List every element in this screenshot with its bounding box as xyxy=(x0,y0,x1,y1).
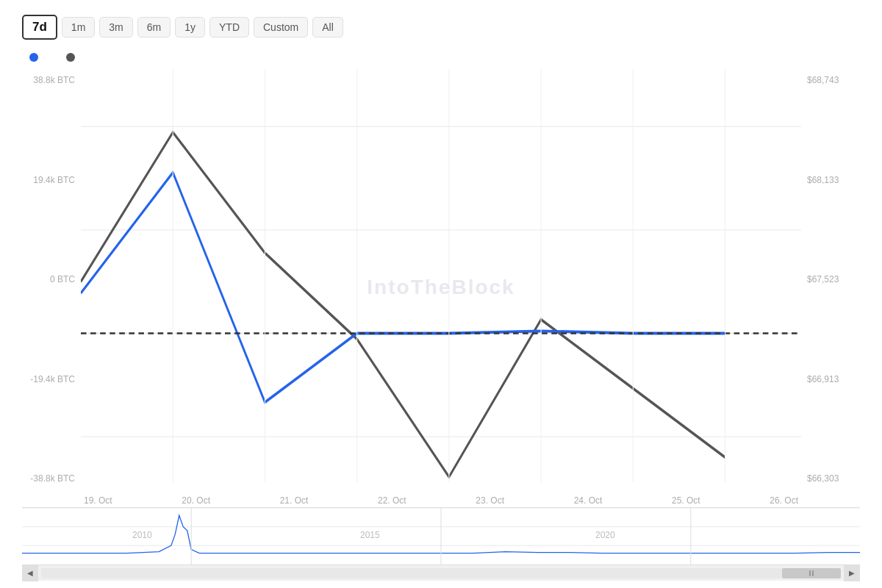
netflow-line xyxy=(81,173,725,403)
time-btn-all[interactable]: All xyxy=(312,17,343,37)
time-btn-6m[interactable]: 6m xyxy=(137,17,171,37)
scrollbar-thumb[interactable] xyxy=(782,568,841,578)
legend-netflow xyxy=(29,53,44,62)
chart-wrapper: 38.8k BTC19.4k BTC0 BTC-19.4k BTC-38.8k … xyxy=(22,69,860,581)
time-btn-custom[interactable]: Custom xyxy=(254,17,308,37)
x-label-25oct: 25. Oct xyxy=(672,495,700,506)
year-2015: 2015 xyxy=(360,530,380,540)
x-label-20oct: 20. Oct xyxy=(182,495,210,506)
time-btn-7d[interactable]: 7d xyxy=(22,15,57,40)
x-label-22oct: 22. Oct xyxy=(378,495,406,506)
y-right-label-1: $68,133 xyxy=(807,175,860,185)
time-btn-1m[interactable]: 1m xyxy=(62,17,95,37)
time-btn-3m[interactable]: 3m xyxy=(99,17,132,37)
y-left-label-0: 38.8k BTC xyxy=(22,75,75,85)
x-label-23oct: 23. Oct xyxy=(476,495,504,506)
scrollbar-handle xyxy=(809,570,814,576)
y-left-label-4: -38.8k BTC xyxy=(22,473,75,484)
main-container: 7d1m3m6m1yYTDCustomAll 38.8k BTC19.4k BT… xyxy=(0,0,882,588)
year-2020: 2020 xyxy=(595,530,615,540)
handle-line-1 xyxy=(809,570,811,576)
chart-legend xyxy=(22,53,860,62)
main-chart-area: 38.8k BTC19.4k BTC0 BTC-19.4k BTC-38.8k … xyxy=(22,69,860,506)
scrollbar-area: ◀ ▶ xyxy=(22,564,860,581)
y-right-label-4: $66,303 xyxy=(807,473,860,484)
time-btn-ytd[interactable]: YTD xyxy=(209,17,249,37)
y-right-label-2: $67,523 xyxy=(807,274,860,284)
x-label-26oct: 26. Oct xyxy=(770,495,798,506)
scrollbar-track[interactable] xyxy=(41,568,841,578)
mini-chart-area: 2010 2015 2020 ◀ ▶ xyxy=(22,507,860,581)
main-chart-svg xyxy=(81,69,801,506)
y-right-label-0: $68,743 xyxy=(807,75,860,85)
legend-price xyxy=(66,53,81,62)
scroll-right-button[interactable]: ▶ xyxy=(844,565,860,581)
time-btn-1y[interactable]: 1y xyxy=(175,17,205,37)
x-label-24oct: 24. Oct xyxy=(574,495,603,506)
time-range-selector: 7d1m3m6m1yYTDCustomAll xyxy=(22,15,860,40)
y-left-label-1: 19.4k BTC xyxy=(22,175,75,185)
x-axis-labels: 19. Oct 20. Oct 21. Oct 22. Oct 23. Oct … xyxy=(81,495,801,506)
chart-svg-container: IntoTheBlock xyxy=(81,69,801,506)
x-label-21oct: 21. Oct xyxy=(280,495,309,506)
handle-line-2 xyxy=(812,570,814,576)
x-label-19oct: 19. Oct xyxy=(84,495,112,506)
y-left-label-3: -19.4k BTC xyxy=(22,374,75,384)
scroll-left-button[interactable]: ◀ xyxy=(22,565,38,581)
y-right-label-3: $66,913 xyxy=(807,374,860,384)
y-axis-left: 38.8k BTC19.4k BTC0 BTC-19.4k BTC-38.8k … xyxy=(22,69,81,506)
y-axis-right: $68,743$68,133$67,523$66,913$66,303 xyxy=(801,69,860,506)
y-left-label-2: 0 BTC xyxy=(22,274,75,284)
price-dot xyxy=(66,53,75,62)
year-2010: 2010 xyxy=(132,530,152,540)
netflow-dot xyxy=(29,53,38,62)
